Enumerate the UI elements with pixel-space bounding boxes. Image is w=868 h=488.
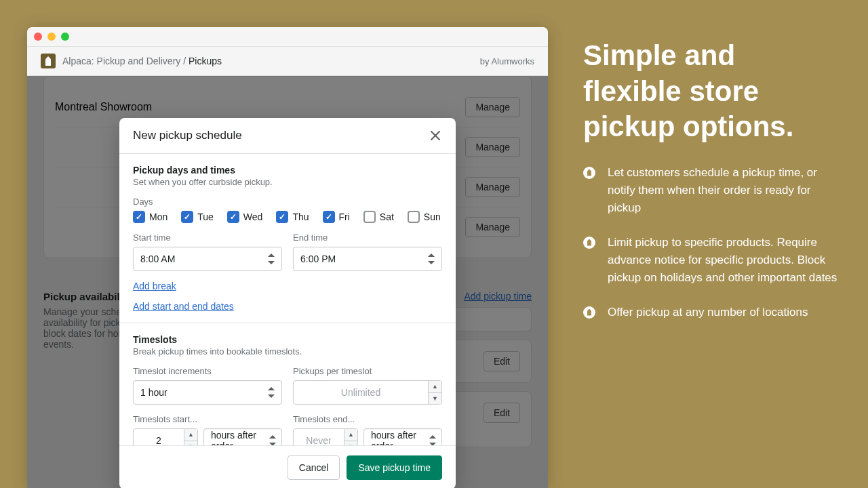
pickups-per-slot-value: Unlimited: [294, 381, 428, 404]
marketing-bullet: Limit pickup to specific products. Requi…: [608, 234, 841, 287]
window-close-dot[interactable]: [34, 33, 42, 41]
checkbox-icon[interactable]: [323, 211, 335, 223]
day-wed[interactable]: Wed: [227, 211, 263, 223]
checkbox-icon[interactable]: [408, 211, 420, 223]
start-time-value: 8:00 AM: [140, 253, 175, 264]
breadcrumb-root[interactable]: Alpaca: Pickup and Delivery: [62, 56, 180, 66]
timeslots-end-unit: hours after order: [371, 430, 429, 445]
stepper-down-icon[interactable]: ▼: [429, 393, 441, 405]
marketing-headline: Simple and flexible store pickup options…: [583, 38, 841, 145]
start-time-select[interactable]: 8:00 AM: [133, 247, 282, 271]
stepper-up-icon[interactable]: ▲: [184, 429, 197, 441]
close-icon[interactable]: [429, 129, 442, 142]
timeslots-start-unit-select[interactable]: hours after order: [203, 428, 282, 445]
increments-value: 1 hour: [140, 387, 167, 398]
end-time-label: End time: [293, 232, 442, 243]
timeslots-start-stepper[interactable]: 2 ▲ ▼: [133, 428, 198, 445]
timeslots-end-value: Never: [294, 429, 344, 445]
breadcrumb: Alpaca: Pickup and Delivery / Pickups: [62, 56, 222, 66]
timeslots-end-stepper[interactable]: Never ▲ ▼: [293, 428, 358, 445]
timeslots-end-unit-select[interactable]: hours after order: [363, 428, 442, 445]
breadcrumb-separator: /: [183, 56, 186, 66]
add-start-end-dates-link[interactable]: Add start and end dates: [133, 301, 442, 312]
chevron-updown-icon: [268, 387, 275, 398]
stepper-down-icon[interactable]: ▼: [184, 441, 197, 446]
day-sun[interactable]: Sun: [408, 211, 441, 223]
app-logo-icon: [41, 54, 56, 68]
app-window: Alpaca: Pickup and Delivery / Pickups by…: [27, 27, 548, 488]
modal-title: New pickup schedule: [133, 129, 242, 142]
save-button[interactable]: Save pickup time: [347, 455, 442, 480]
end-time-value: 6:00 PM: [300, 253, 336, 264]
checkbox-icon[interactable]: [181, 211, 193, 223]
chevron-updown-icon: [428, 253, 435, 264]
timeslots-end-label: Timeslots end...: [293, 414, 442, 424]
increments-label: Timeslot increments: [133, 366, 282, 376]
checkbox-icon[interactable]: [227, 211, 239, 223]
day-fri[interactable]: Fri: [323, 211, 350, 223]
days-label: Days: [133, 197, 442, 207]
timeslots-start-label: Timeslots start...: [133, 414, 282, 424]
stepper-up-icon[interactable]: ▲: [344, 429, 357, 441]
new-pickup-schedule-modal: New pickup schedule Pickup days and time…: [119, 118, 456, 488]
checkbox-icon[interactable]: [276, 211, 288, 223]
timeslots-subtitle: Break pickup times into bookable timeslo…: [133, 346, 442, 357]
window-titlebar: [27, 27, 548, 46]
pickups-per-slot-label: Pickups per timeslot: [293, 366, 442, 376]
bullet-icon: [583, 167, 595, 179]
day-thu[interactable]: Thu: [276, 211, 309, 223]
pickup-days-subtitle: Set when you offer curbside pickup.: [133, 177, 442, 187]
marketing-bullet: Offer pickup at any number of locations: [608, 304, 808, 321]
start-time-label: Start time: [133, 232, 282, 243]
pickups-per-slot-stepper[interactable]: Unlimited ▲ ▼: [293, 380, 442, 405]
page-body: Montreal ShowroomManage Manage Manage Ma…: [27, 76, 548, 488]
app-header: Alpaca: Pickup and Delivery / Pickups by…: [27, 46, 548, 76]
bullet-icon: [583, 237, 595, 249]
chevron-updown-icon: [269, 435, 275, 445]
stepper-down-icon[interactable]: ▼: [344, 441, 357, 446]
day-sat[interactable]: Sat: [363, 211, 394, 223]
marketing-panel: Simple and flexible store pickup options…: [583, 38, 841, 338]
bullet-icon: [583, 306, 595, 319]
checkbox-icon[interactable]: [363, 211, 376, 223]
checkbox-icon[interactable]: [133, 211, 145, 223]
timeslots-title: Timeslots: [133, 334, 442, 345]
end-time-select[interactable]: 6:00 PM: [293, 247, 442, 271]
day-mon[interactable]: Mon: [133, 211, 167, 223]
breadcrumb-current: Pickups: [189, 56, 222, 66]
stepper-up-icon[interactable]: ▲: [429, 381, 441, 393]
day-tue[interactable]: Tue: [181, 211, 214, 223]
pickup-days-title: Pickup days and times: [133, 165, 442, 176]
cancel-button[interactable]: Cancel: [288, 455, 340, 480]
chevron-updown-icon: [429, 435, 435, 445]
increments-select[interactable]: 1 hour: [133, 380, 282, 405]
add-break-link[interactable]: Add break: [133, 281, 442, 291]
days-row: Mon Tue Wed Thu Fri Sat Sun: [133, 211, 442, 223]
timeslots-start-value: 2: [134, 429, 184, 445]
chevron-updown-icon: [268, 253, 275, 264]
author-text: by Alumworks: [480, 56, 534, 66]
marketing-bullet: Let customers schedule a pickup time, or…: [608, 164, 841, 218]
window-zoom-dot[interactable]: [61, 33, 69, 41]
timeslots-start-unit: hours after order: [211, 430, 269, 445]
window-minimize-dot[interactable]: [47, 33, 56, 41]
